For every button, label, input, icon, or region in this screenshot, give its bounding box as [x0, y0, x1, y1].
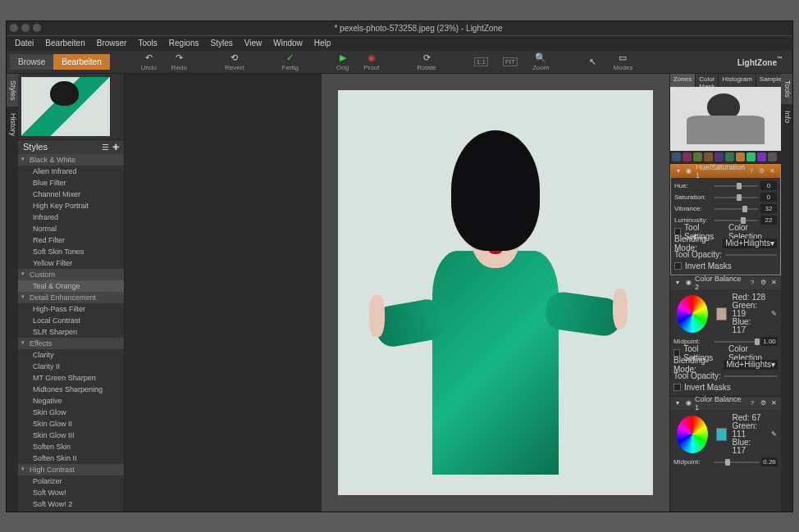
zones-preview[interactable] [670, 87, 781, 151]
opacity-slider[interactable] [724, 375, 778, 377]
zoom-fit-button[interactable]: FIT [496, 55, 524, 68]
style-item[interactable]: Soft Wow! [18, 487, 124, 498]
menu-help[interactable]: Help [309, 37, 336, 49]
thumbnail[interactable] [21, 77, 110, 136]
zoom-button[interactable]: 🔍Zoom [526, 50, 555, 73]
styles-list[interactable]: Black & WhiteAlien InfraredBlue FilterCh… [18, 154, 124, 512]
style-category[interactable]: High Contrast [18, 464, 124, 475]
style-item[interactable]: Soft Skin Tones [18, 246, 124, 257]
tab-sampler[interactable]: Sampler [756, 74, 781, 87]
invert-masks-check[interactable] [673, 384, 681, 391]
mode-browse[interactable]: Browse [10, 54, 53, 70]
style-item[interactable]: Soften Skin II [18, 452, 124, 464]
tab-styles[interactable]: Styles [7, 74, 18, 107]
tool-icon-10[interactable] [768, 152, 777, 161]
saturation-slider[interactable] [715, 197, 758, 198]
zoom-1to1-button[interactable]: 1:1 [468, 55, 495, 68]
midpoint-slider[interactable] [714, 341, 759, 343]
style-item[interactable]: Blue Filter [18, 177, 124, 189]
tool-icon-3[interactable] [693, 152, 702, 161]
vibrance-slider[interactable] [715, 208, 758, 210]
close-icon[interactable]: ✕ [769, 167, 777, 175]
style-category[interactable]: Custom [18, 269, 124, 280]
menu-regions[interactable]: Regions [164, 37, 204, 49]
menu-styles[interactable]: Styles [205, 37, 237, 49]
tool-icon-7[interactable] [736, 152, 745, 161]
menu-browser[interactable]: Browser [92, 37, 132, 49]
midpoint-slider[interactable] [714, 462, 759, 463]
pointer-button[interactable]: ↖ [580, 54, 605, 69]
invert-masks-check[interactable] [674, 262, 682, 270]
style-item[interactable]: Clarity II [18, 361, 124, 372]
style-item[interactable]: Infrared [18, 211, 124, 223]
triangle-icon[interactable]: ▾ [673, 279, 682, 287]
help-icon[interactable]: ? [747, 167, 756, 175]
maximize-icon[interactable] [33, 24, 41, 32]
style-item[interactable]: Skin Glow [18, 407, 124, 418]
style-item[interactable]: Red Filter [18, 234, 124, 246]
style-item[interactable]: Yellow Filter [18, 257, 124, 269]
menu-tools[interactable]: Tools [133, 37, 162, 49]
modes-button[interactable]: ▭Modes [606, 50, 639, 73]
tool-icon-5[interactable] [715, 152, 724, 161]
style-item[interactable]: SLR Sharpen [18, 326, 124, 338]
enable-icon[interactable]: ◉ [684, 399, 692, 407]
tab-histogram[interactable]: Histogram [719, 74, 756, 87]
style-item[interactable]: Channel Mixer [18, 189, 124, 200]
style-item[interactable]: High Key Portrait [18, 200, 124, 211]
revert-button[interactable]: ⟲Revert [218, 50, 251, 73]
color-wheel[interactable] [677, 295, 708, 333]
eyedropper-icon[interactable]: ✎ [771, 310, 778, 318]
rotate-button[interactable]: ⟳Rotate [410, 50, 443, 73]
add-icon[interactable]: ✚ [112, 143, 119, 152]
gear-icon[interactable]: ⚙ [758, 167, 766, 175]
tab-info[interactable]: Info [781, 104, 792, 130]
orig-button[interactable]: ▶Orig [330, 50, 355, 73]
fertig-button[interactable]: ✓Fertig [276, 50, 305, 73]
style-item[interactable]: Teal & Orange [18, 280, 124, 292]
triangle-icon[interactable]: ▾ [673, 399, 682, 407]
menu-bearbeiten[interactable]: Bearbeiten [40, 37, 89, 49]
menu-view[interactable]: View [240, 37, 267, 49]
proof-button[interactable]: ◉Proof [357, 50, 386, 73]
tab-zones[interactable]: Zones [670, 74, 696, 87]
enable-icon[interactable]: ◉ [685, 167, 693, 175]
style-item[interactable]: Polarizer [18, 475, 124, 487]
titlebar[interactable]: * pexels-photo-573258.jpeg (23%) - Light… [7, 21, 792, 36]
hue-slider[interactable] [715, 185, 758, 187]
tool-icon-8[interactable] [746, 152, 756, 161]
style-item[interactable]: Skin Glow III [18, 430, 124, 441]
blend-mode-select[interactable]: Mid+Hilights▾ [724, 360, 778, 370]
gear-icon[interactable]: ⚙ [759, 279, 767, 287]
triangle-icon[interactable]: ▾ [674, 167, 683, 175]
menu-datei[interactable]: Datei [10, 37, 39, 49]
tool-icon-6[interactable] [725, 152, 734, 161]
color-swatch[interactable] [716, 307, 728, 321]
undo-button[interactable]: ↶Undo [135, 50, 163, 73]
style-item[interactable]: Skin Glow II [18, 418, 124, 430]
style-item[interactable]: High-Pass Filter [18, 303, 124, 315]
redo-button[interactable]: ↷Redo [165, 50, 194, 73]
style-category[interactable]: Black & White [18, 154, 124, 166]
list-icon[interactable]: ☰ [102, 143, 109, 152]
luminosity-slider[interactable] [715, 220, 758, 221]
style-item[interactable]: Soften Skin [18, 441, 124, 452]
mode-edit[interactable]: Bearbeiten [53, 54, 109, 70]
blend-mode-select[interactable]: Mid+Hilights▾ [723, 239, 777, 248]
tool-icon-2[interactable] [683, 152, 692, 161]
tool-icon-4[interactable] [704, 152, 713, 161]
style-item[interactable]: MT Green Sharpen [18, 372, 124, 384]
style-category[interactable]: Detail Enhancement [18, 292, 124, 303]
style-item[interactable]: Negative [18, 395, 124, 407]
minimize-icon[interactable] [21, 24, 30, 32]
style-item[interactable]: Normal [18, 223, 124, 234]
style-item[interactable]: Midtones Sharpening [18, 384, 124, 395]
tab-color-mask[interactable]: Color Mask [696, 74, 719, 87]
style-item[interactable]: Tone Mapper [18, 510, 124, 512]
style-item[interactable]: Local Contrast [18, 315, 124, 326]
gear-icon[interactable]: ⚙ [759, 399, 767, 407]
style-item[interactable]: Soft Wow! 2 [18, 498, 124, 510]
menu-window[interactable]: Window [268, 37, 308, 49]
tab-tools[interactable]: Tools [781, 74, 792, 104]
color-wheel[interactable] [677, 416, 708, 453]
